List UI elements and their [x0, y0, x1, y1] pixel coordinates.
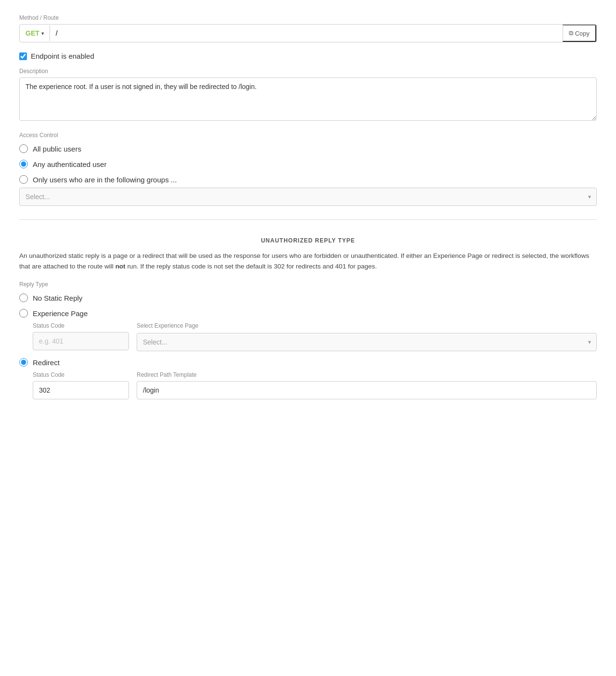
- reply-type-label: Reply Type: [19, 281, 597, 288]
- radio-redirect-input[interactable]: [19, 358, 28, 367]
- access-control-label: Access Control: [19, 132, 597, 139]
- radio-redirect-label[interactable]: Redirect: [33, 358, 60, 367]
- description-textarea[interactable]: The experience root. If a user is not si…: [19, 77, 597, 121]
- radio-public-users: All public users: [19, 144, 597, 153]
- unauthorized-reply-description: An unauthorized static reply is a page o…: [19, 251, 597, 271]
- redirect-fields: Status Code Redirect Path Template: [33, 371, 597, 399]
- method-route-label: Method / Route: [19, 14, 597, 21]
- radio-authenticated-user-label[interactable]: Any authenticated user: [33, 160, 106, 168]
- endpoint-enabled-checkbox[interactable]: [19, 52, 27, 60]
- method-route-row: GET ▾ ⧉ Copy: [19, 24, 597, 42]
- copy-button-label: Copy: [575, 30, 590, 37]
- radio-groups-users-label[interactable]: Only users who are in the following grou…: [33, 176, 177, 184]
- redirect-path-label: Redirect Path Template: [137, 371, 597, 378]
- groups-select-wrapper: Select... ▾: [19, 188, 597, 206]
- radio-experience-page-label[interactable]: Experience Page: [33, 309, 88, 318]
- radio-authenticated-user: Any authenticated user: [19, 160, 597, 168]
- description-label: Description: [19, 68, 597, 75]
- method-dropdown[interactable]: GET ▾: [20, 26, 50, 41]
- not-bold: not: [116, 263, 126, 270]
- radio-experience-page-input[interactable]: [19, 309, 28, 318]
- experience-page-two-col: Status Code Select Experience Page Selec…: [33, 322, 597, 351]
- redirect-path-col: Redirect Path Template: [137, 371, 597, 399]
- groups-select[interactable]: Select...: [19, 188, 597, 206]
- redirect-status-code-input[interactable]: [33, 381, 129, 399]
- route-input[interactable]: [50, 26, 563, 41]
- experience-page-option: Experience Page Status Code Select Exper…: [19, 309, 597, 351]
- radio-public-users-label[interactable]: All public users: [33, 145, 81, 153]
- experience-page-select-wrapper: Select... ▾: [137, 333, 597, 351]
- radio-groups-users-input[interactable]: [19, 175, 28, 184]
- redirect-two-col: Status Code Redirect Path Template: [33, 371, 597, 399]
- unauthorized-reply-section: UNAUTHORIZED REPLY TYPE An unauthorized …: [19, 237, 597, 399]
- access-control-section: Access Control All public users Any auth…: [19, 132, 597, 206]
- experience-page-select[interactable]: Select...: [137, 333, 597, 351]
- radio-no-static-reply-input[interactable]: [19, 293, 28, 302]
- chevron-down-icon: ▾: [41, 31, 44, 36]
- experience-page-status-code-label: Status Code: [33, 322, 129, 329]
- method-text: GET: [26, 29, 39, 37]
- endpoint-enabled-label[interactable]: Endpoint is enabled: [31, 52, 94, 60]
- experience-page-status-code-col: Status Code: [33, 322, 129, 351]
- redirect-status-code-label: Status Code: [33, 371, 129, 378]
- method-route-section: Method / Route GET ▾ ⧉ Copy: [19, 14, 597, 42]
- reply-type-radio-group: No Static Reply Experience Page Status C…: [19, 293, 597, 399]
- copy-button[interactable]: ⧉ Copy: [563, 25, 596, 42]
- experience-page-select-label: Select Experience Page: [137, 322, 597, 329]
- copy-icon: ⧉: [569, 29, 573, 37]
- radio-groups-users: Only users who are in the following grou…: [19, 175, 597, 184]
- description-section: Description The experience root. If a us…: [19, 68, 597, 122]
- access-control-radio-group: All public users Any authenticated user …: [19, 144, 597, 184]
- radio-no-static-reply: No Static Reply: [19, 293, 597, 302]
- unauthorized-section-divider: [19, 219, 597, 228]
- unauthorized-reply-title: UNAUTHORIZED REPLY TYPE: [19, 237, 597, 244]
- redirect-option: Redirect Status Code Redirect Path Templ…: [19, 358, 597, 399]
- redirect-status-code-col: Status Code: [33, 371, 129, 399]
- radio-public-users-input[interactable]: [19, 144, 28, 153]
- radio-authenticated-user-input[interactable]: [19, 160, 28, 168]
- radio-experience-page: Experience Page: [19, 309, 597, 318]
- endpoint-enabled-section: Endpoint is enabled: [19, 52, 597, 60]
- experience-page-fields: Status Code Select Experience Page Selec…: [33, 322, 597, 351]
- radio-redirect: Redirect: [19, 358, 597, 367]
- experience-page-status-code-input[interactable]: [33, 332, 129, 350]
- radio-no-static-reply-label[interactable]: No Static Reply: [33, 294, 82, 302]
- experience-page-select-col: Select Experience Page Select... ▾: [137, 322, 597, 351]
- redirect-path-input[interactable]: [137, 381, 597, 399]
